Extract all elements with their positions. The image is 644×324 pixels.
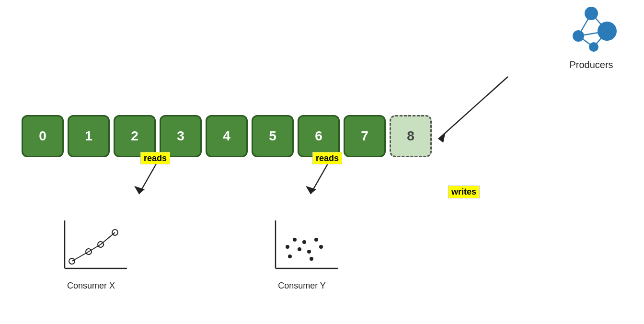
svg-point-25 xyxy=(307,250,311,254)
consumer-x-chart xyxy=(53,216,129,278)
consumer-x-area: Consumer X xyxy=(53,216,129,291)
svg-point-23 xyxy=(288,255,292,258)
queue-block-4: 4 xyxy=(206,115,248,157)
reads-arrow-2 xyxy=(296,158,344,201)
reads-label-2: reads xyxy=(312,152,342,164)
writes-label: writes xyxy=(448,185,480,198)
consumer-y-area: Consumer Y xyxy=(264,216,340,291)
queue-block-1: 1 xyxy=(68,115,110,157)
reads-label-1: reads xyxy=(140,152,170,164)
queue-row: 012345678 xyxy=(22,115,432,157)
svg-point-27 xyxy=(302,240,306,244)
queue-block-7: 7 xyxy=(344,115,386,157)
svg-point-28 xyxy=(293,238,297,242)
consumer-y-label: Consumer Y xyxy=(264,281,340,291)
reads-label-2-wrapper: reads xyxy=(312,153,342,163)
diagram-container: 012345678 Producers writes xyxy=(0,0,644,324)
producers-area: Producers xyxy=(553,5,630,70)
svg-point-31 xyxy=(310,257,313,261)
svg-line-9 xyxy=(438,77,508,139)
writes-arrow xyxy=(398,67,522,153)
reads-arrow-1 xyxy=(125,158,172,201)
producers-label: Producers xyxy=(569,59,613,70)
svg-point-24 xyxy=(298,247,301,251)
consumer-x-label: Consumer X xyxy=(53,281,129,291)
queue-block-0: 0 xyxy=(22,115,64,157)
producers-icon xyxy=(565,5,618,58)
svg-line-5 xyxy=(578,13,591,36)
queue-block-2: 2 xyxy=(114,115,156,157)
svg-point-26 xyxy=(314,238,318,242)
queue-block-6: 6 xyxy=(298,115,340,157)
reads-label-1-wrapper: reads xyxy=(140,153,170,163)
queue-block-5: 5 xyxy=(252,115,294,157)
svg-line-8 xyxy=(578,36,594,47)
svg-point-30 xyxy=(319,245,323,249)
queue-block-3: 3 xyxy=(160,115,202,157)
consumer-y-chart xyxy=(264,216,340,278)
svg-point-29 xyxy=(286,245,289,249)
